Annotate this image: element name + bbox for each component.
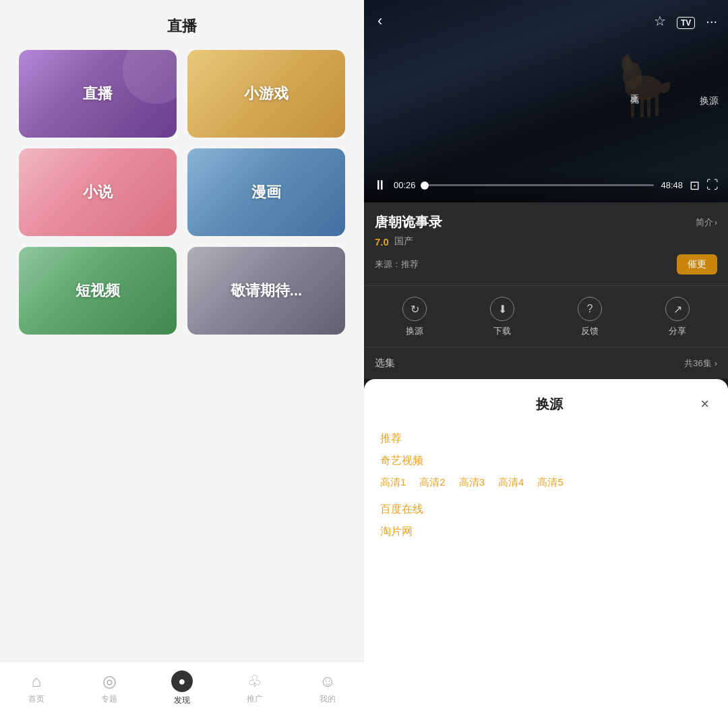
episodes-count[interactable]: 共36集 › [684,358,717,370]
source-recommend-label[interactable]: 推荐 [380,432,712,446]
rating-tag: 国产 [394,235,413,248]
page-title: 直播 [0,0,364,50]
nav-discover-label: 发现 [174,695,190,706]
video-title: 唐朝诡事录 [375,213,442,231]
pause-icon: ⏸ [373,177,387,192]
play-pause-button[interactable]: ⏸ [373,177,387,193]
change-source-label: 换源 [406,325,423,337]
video-top-right: ☆ TV ··· [654,13,717,29]
category-comic[interactable]: 漫画 [187,148,345,236]
nav-promote-label: 推广 [247,693,263,705]
download-icon: ⬇ [490,297,514,321]
more-icon: ··· [706,13,717,28]
share-label: 分享 [669,325,686,337]
video-controls: ⏸ 00:26 48:48 ⊡ ⛶ [364,171,728,202]
pip-icon[interactable]: ⊡ [690,178,700,193]
source-label: 来源：推荐 [375,258,419,270]
episodes-row[interactable]: 选集 共36集 › [364,347,728,379]
action-share[interactable]: ↗ 分享 [665,297,690,337]
topic-icon: ◎ [102,672,117,691]
tv-cast-button[interactable]: TV [677,13,695,29]
title-row: 唐朝诡事录 简介 › [375,213,717,231]
category-live[interactable]: 直播 [19,50,177,138]
feedback-icon: ? [578,297,602,321]
change-source-overlay[interactable]: 换源 [700,95,719,107]
more-button[interactable]: ··· [706,13,717,29]
info-panel: 唐朝诡事录 简介 › 7.0 国产 来源：推荐 催更 [364,202,728,285]
intro-link[interactable]: 简介 › [696,217,717,229]
category-short[interactable]: 短视频 [19,247,177,335]
nav-discover[interactable]: ● 发现 [146,662,218,715]
total-time: 48:48 [661,180,683,190]
category-live-label: 直播 [83,84,113,104]
back-button[interactable]: ‹ [375,9,385,32]
action-buttons-row: ↻ 换源 ⬇ 下载 ? 反馈 ↗ 分享 [364,285,728,347]
rating-row: 7.0 国产 [375,235,717,248]
category-coming-label: 敬请期待... [231,281,302,301]
current-time: 00:26 [394,180,416,190]
action-change-source[interactable]: ↻ 换源 [402,297,427,337]
category-game-label: 小游戏 [244,84,289,104]
category-game[interactable]: 小游戏 [187,50,345,138]
left-panel: 直播 直播 小游戏 小说 漫画 短视频 敬请期待... [0,0,364,715]
rating-score: 7.0 [375,236,389,248]
qiyi-quality-row: 高清1 高清2 高清3 高清4 高清5 [380,476,712,489]
source-row: 来源：推荐 催更 [375,254,717,275]
home-icon: ⌂ [32,672,42,691]
source-panel-header: 换源 × [380,393,712,416]
download-label: 下载 [493,325,511,337]
source-baidu-label[interactable]: 百度在线 [380,503,712,517]
rating-info: 7.0 国产 [375,235,413,248]
episodes-label: 选集 [375,357,395,370]
nav-mine-label: 我的 [320,693,336,705]
chevron-right-episodes-icon: › [715,358,717,368]
urge-button[interactable]: 催更 [677,254,717,275]
category-coming[interactable]: 敬请期待... [187,247,345,335]
category-novel-label: 小说 [83,182,113,202]
mine-icon: ☺ [320,672,336,691]
category-grid: 直播 小游戏 小说 漫画 短视频 敬请期待... [0,50,364,335]
nav-topic-label: 专题 [101,693,117,705]
nav-topic[interactable]: ◎ 专题 [73,662,146,715]
svg-rect-6 [647,97,650,117]
tv-badge: TV [677,17,695,29]
source-panel-title: 换源 [400,395,698,413]
quality-hd4[interactable]: 高清4 [498,476,524,489]
quality-hd5[interactable]: 高清5 [537,476,563,489]
action-download[interactable]: ⬇ 下载 [490,297,514,337]
star-icon: ☆ [654,13,666,28]
svg-rect-5 [640,98,644,117]
source-close-button[interactable]: × [698,393,712,416]
source-taopian-label[interactable]: 淘片网 [380,525,712,539]
quality-hd1[interactable]: 高清1 [380,476,406,489]
close-icon: × [700,395,709,412]
category-short-label: 短视频 [75,281,120,301]
svg-rect-3 [626,54,630,66]
svg-rect-4 [631,97,634,117]
source-qiyi-label[interactable]: 奇艺视频 [380,454,712,468]
change-source-icon: ↻ [402,297,427,321]
quality-hd3[interactable]: 高清3 [459,476,485,489]
favorite-button[interactable]: ☆ [654,13,666,29]
svg-rect-7 [655,96,659,116]
chevron-right-icon: › [715,217,717,227]
fullscreen-icon[interactable]: ⛶ [706,178,719,192]
feedback-label: 反馈 [581,325,599,337]
progress-bar[interactable] [423,184,655,186]
quality-hd2[interactable]: 高清2 [419,476,445,489]
category-novel[interactable]: 小说 [19,148,177,236]
promote-icon: ♧ [247,672,262,691]
horse-illustration [607,34,674,128]
category-comic-label: 漫画 [251,182,281,202]
nav-mine[interactable]: ☺ 我的 [291,662,364,715]
nav-home-label: 首页 [28,693,44,705]
right-panel: ‹ ☆ TV ··· [364,0,728,715]
bottom-navigation: ⌂ 首页 ◎ 专题 ● 发现 ♧ 推广 ☺ 我的 [0,661,364,715]
video-top-bar: ‹ ☆ TV ··· [364,0,728,42]
nav-promote[interactable]: ♧ 推广 [218,662,291,715]
progress-thumb [421,181,429,190]
source-panel: 换源 × 推荐 奇艺视频 高清1 高清2 高清3 高清4 高清5 百度在线 淘片… [364,379,728,715]
nav-home[interactable]: ⌂ 首页 [0,662,73,715]
action-feedback[interactable]: ? 反馈 [578,297,602,337]
discover-active-indicator: ● [171,670,193,692]
